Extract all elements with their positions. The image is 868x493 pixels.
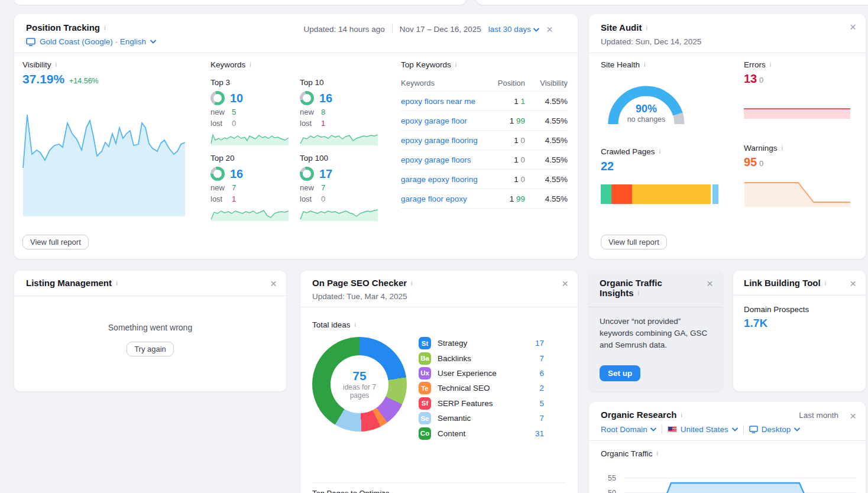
position-value: 1 <box>514 175 519 184</box>
info-icon[interactable]: i <box>455 61 456 68</box>
stat-value: 16 <box>230 167 243 181</box>
keyword-link[interactable]: epoxy floors near me <box>401 97 482 106</box>
country-selector[interactable]: United States <box>668 425 738 434</box>
info-icon[interactable]: i <box>782 144 783 151</box>
info-icon[interactable]: i <box>104 24 105 31</box>
visibility-value: 4.55% <box>525 97 568 106</box>
device-selector[interactable]: Desktop <box>749 425 801 434</box>
try-again-button[interactable]: Try again <box>127 342 174 356</box>
new-label: new <box>300 183 315 192</box>
legend-label: User Experience <box>438 369 539 378</box>
sparkline <box>300 131 378 145</box>
site-health-note: no changes <box>602 115 691 124</box>
info-icon[interactable]: i <box>646 24 647 31</box>
keyword-link[interactable]: epoxy garage flooring <box>401 136 482 145</box>
site-health-label: Site Health <box>601 60 640 69</box>
info-icon[interactable]: i <box>825 280 826 287</box>
info-icon[interactable]: i <box>250 61 251 68</box>
legend-item-strategy: StStrategy17 <box>419 336 544 351</box>
position-value: 1 <box>514 136 519 145</box>
legend-value-link[interactable]: 31 <box>535 429 544 438</box>
table-row: epoxy garage flooring 1 0 4.55% <box>401 131 568 150</box>
close-icon[interactable]: × <box>562 278 568 289</box>
new-label: new <box>210 108 226 116</box>
close-icon[interactable]: × <box>546 24 553 35</box>
keyword-link[interactable]: epoxy garage floors <box>401 155 482 164</box>
date-range: Nov 17 – Dec 16, 2025 <box>400 25 481 34</box>
crawled-pages-value: 22 <box>601 160 614 173</box>
chevron-down-icon <box>533 28 539 32</box>
position-tracking-title: Position Tracking <box>26 22 100 33</box>
close-icon[interactable]: × <box>707 278 713 289</box>
view-full-report-button[interactable]: View full report <box>22 235 89 249</box>
errors-chart <box>744 108 850 119</box>
campaign-selector[interactable]: Gold Coast (Google) · English <box>26 37 566 46</box>
legend-value-link[interactable]: 7 <box>539 414 544 423</box>
organic-research-card: Organic Researchi Last month × Root Doma… <box>589 402 866 493</box>
info-icon[interactable]: i <box>355 321 356 328</box>
info-icon[interactable]: i <box>638 290 639 297</box>
view-full-report-button[interactable]: View full report <box>601 235 667 249</box>
legend-label: Backlinks <box>438 354 539 363</box>
legend-value-link[interactable]: 17 <box>535 339 544 348</box>
domain-prospects-value: 1.7K <box>744 317 855 330</box>
range-selector[interactable]: last 30 days <box>488 25 539 34</box>
bar-segment-healthy <box>601 184 611 204</box>
crawled-pages-bar <box>601 184 718 204</box>
position-value: 1 <box>510 116 514 125</box>
divider <box>743 425 744 434</box>
visibility-change: +14.56% <box>69 77 99 85</box>
updated-text: Updated: 14 hours ago <box>303 25 384 34</box>
legend-value-link[interactable]: 6 <box>539 369 544 378</box>
keyword-stat-top10: Top 10 16 new8 lost1 <box>300 78 389 145</box>
position-change: 0 <box>520 175 525 184</box>
visibility-value: 4.55% <box>525 155 568 164</box>
info-icon[interactable]: i <box>644 61 645 68</box>
legend-value-link[interactable]: 2 <box>539 384 544 393</box>
close-icon[interactable]: × <box>270 278 277 289</box>
monitor-icon <box>26 38 35 46</box>
col-position: Position <box>482 79 525 87</box>
col-keywords: Keywords <box>401 79 482 87</box>
info-icon[interactable]: i <box>56 61 57 68</box>
position-change: 0 <box>520 155 525 164</box>
position-change: 99 <box>516 194 525 203</box>
keyword-link[interactable]: garage epoxy flooring <box>401 175 482 184</box>
position-value: 1 <box>514 97 519 106</box>
chevron-down-icon <box>732 427 738 432</box>
new-value: 7 <box>232 183 236 192</box>
keyword-link[interactable]: epoxy garage floor <box>401 116 482 125</box>
position-tracking-card: Position Trackingi Updated: 14 hours ago… <box>14 14 578 259</box>
close-icon[interactable]: × <box>850 278 856 289</box>
backlinks-badge: Ba <box>419 352 431 365</box>
table-row: epoxy garage floor 1 99 4.55% <box>401 111 568 131</box>
legend-value-link[interactable]: 7 <box>539 354 544 363</box>
legend-item-content: CoContent31 <box>419 426 544 440</box>
table-row: epoxy floors near me 1 1 4.55% <box>401 92 568 111</box>
info-icon[interactable]: i <box>681 411 682 419</box>
position-value: 1 <box>514 155 519 164</box>
chevron-down-icon <box>794 427 800 432</box>
visibility-value: 37.19% <box>22 72 64 86</box>
info-icon[interactable]: i <box>770 61 771 68</box>
top-pages-label: Top Pages to Optimize <box>312 489 566 493</box>
info-icon[interactable]: i <box>659 148 660 155</box>
lost-label: lost <box>300 119 315 128</box>
set-up-button[interactable]: Set up <box>600 365 640 381</box>
info-icon[interactable]: i <box>116 280 117 287</box>
y-axis-tick: 50 <box>594 489 616 493</box>
new-value: 8 <box>321 108 325 116</box>
top-partial-card-left <box>14 0 466 5</box>
serp-badge: Sf <box>419 397 431 410</box>
bar-segment-broken <box>611 184 632 204</box>
keyword-link[interactable]: garage floor epoxy <box>401 194 482 203</box>
close-icon[interactable]: × <box>850 410 856 421</box>
scope-selector[interactable]: Root Domain <box>601 425 656 434</box>
ring-chart <box>300 91 314 105</box>
info-icon[interactable]: i <box>411 280 412 287</box>
legend-value-link[interactable]: 5 <box>539 399 544 408</box>
info-icon[interactable]: i <box>657 450 658 457</box>
legend-item-user-experience: UxUser Experience6 <box>419 366 544 381</box>
close-icon[interactable]: × <box>850 21 856 33</box>
visibility-label: Visibility <box>22 60 51 69</box>
